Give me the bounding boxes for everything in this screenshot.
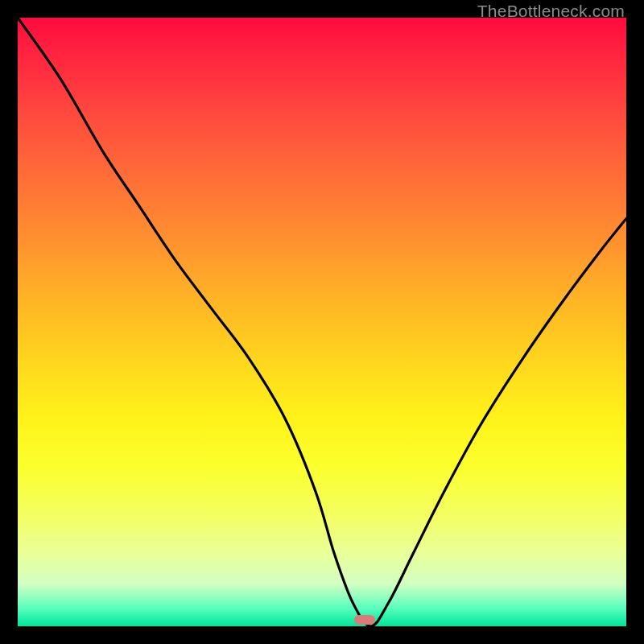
bottleneck-curve bbox=[18, 18, 626, 626]
chart-frame: TheBottleneck.com bbox=[0, 0, 644, 644]
plot-area bbox=[18, 18, 626, 626]
minimum-marker bbox=[354, 615, 375, 625]
curve-path bbox=[18, 18, 626, 626]
